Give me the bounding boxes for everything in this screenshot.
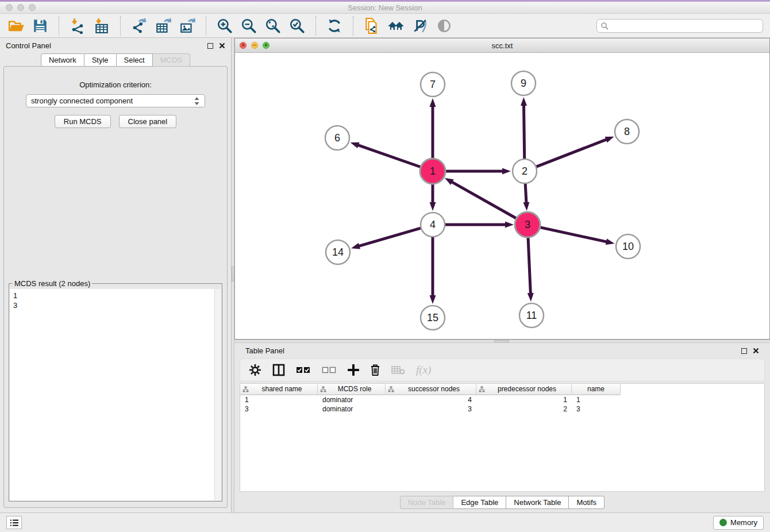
delete-row-icon[interactable] <box>370 364 380 376</box>
tab-node-table[interactable]: Node Table <box>400 496 454 509</box>
table-cell[interactable]: 1 <box>240 396 318 404</box>
table-cell[interactable]: dominator <box>318 396 386 404</box>
arrowhead-icon <box>505 222 514 228</box>
export-network-icon[interactable] <box>130 17 148 35</box>
edge-2-to-8[interactable] <box>537 139 607 167</box>
splitter-handle[interactable] <box>494 340 509 343</box>
node-label-8: 8 <box>624 126 630 137</box>
edge-3-to-10[interactable] <box>540 228 607 242</box>
optimization-criterion-label: Optimization criterion: <box>79 80 152 89</box>
toolbar-separator <box>315 16 316 36</box>
table-row[interactable]: 3dominator323 <box>240 404 764 414</box>
column-header-name[interactable]: name <box>572 384 621 394</box>
node-table[interactable]: shared nameMCDS rolesuccessor nodesprede… <box>240 383 765 492</box>
horizontal-splitter[interactable] <box>234 340 770 343</box>
splitter-handle[interactable] <box>232 267 234 282</box>
control-panel-tabs: NetworkStyleSelectMCDS <box>0 53 231 67</box>
float-table-panel-icon[interactable] <box>741 348 747 354</box>
run-mcds-button[interactable]: Run MCDS <box>55 115 111 128</box>
table-row[interactable]: 1dominator411 <box>240 395 764 404</box>
close-panel-button[interactable]: Close panel <box>119 115 177 128</box>
application-window: Session: New Session <box>0 0 770 532</box>
zoom-out-icon[interactable] <box>240 17 258 35</box>
arrowhead-icon <box>502 168 511 175</box>
hide-graphics-details-icon[interactable] <box>411 17 429 35</box>
add-row-icon[interactable] <box>348 364 359 376</box>
table-cell[interactable]: 3 <box>386 405 476 413</box>
memory-button[interactable]: Memory <box>713 516 764 530</box>
home-networks-icon[interactable] <box>387 17 405 35</box>
close-panel-icon[interactable] <box>219 43 225 49</box>
deselect-all-checks-icon[interactable] <box>322 366 337 374</box>
table-cell[interactable]: 4 <box>386 396 476 404</box>
vertical-splitter[interactable] <box>231 38 234 512</box>
column-type-icon <box>479 386 485 392</box>
column-header-MCDS-role[interactable]: MCDS role <box>318 384 386 394</box>
edge-3-to-11[interactable] <box>528 237 530 294</box>
eye-disabled-icon[interactable] <box>435 17 453 35</box>
zoom-fit-icon[interactable] <box>264 17 282 35</box>
network-window-title: scc.txt <box>235 41 769 50</box>
network-view-window: scc.txt 7968124314101511 <box>234 38 770 340</box>
arrowhead-icon <box>430 295 436 304</box>
edge-2-to-3[interactable] <box>525 184 526 203</box>
main-toolbar <box>0 14 770 38</box>
export-image-icon[interactable] <box>178 17 197 35</box>
float-panel-icon[interactable] <box>207 43 213 49</box>
table-cell[interactable]: 3 <box>240 405 318 413</box>
table-cell[interactable]: 1 <box>572 396 621 404</box>
column-type-icon <box>242 386 249 392</box>
refresh-view-icon[interactable] <box>325 17 344 35</box>
table-panel-title: Table Panel <box>245 346 284 355</box>
save-session-icon[interactable] <box>31 17 49 35</box>
tab-edge-table[interactable]: Edge Table <box>453 496 506 509</box>
export-table-icon[interactable] <box>154 17 172 35</box>
criterion-dropdown[interactable]: strongly connected component <box>26 94 205 107</box>
import-network-icon[interactable] <box>68 17 87 35</box>
arrowhead-icon <box>351 243 360 249</box>
status-bar: Memory <box>0 512 770 532</box>
close-table-panel-icon[interactable] <box>753 348 759 354</box>
zoom-selected-icon[interactable] <box>288 17 306 35</box>
tab-motifs[interactable]: Motifs <box>569 496 605 509</box>
network-window-titlebar[interactable]: scc.txt <box>235 38 769 53</box>
tab-network-table[interactable]: Network Table <box>506 496 569 509</box>
criterion-value: strongly connected component <box>31 97 133 105</box>
main-titlebar: Session: New Session <box>0 2 770 14</box>
column-header-shared-name[interactable]: shared name <box>240 384 318 394</box>
show-columns-icon[interactable] <box>272 364 285 376</box>
edge-2-to-9[interactable] <box>523 105 524 159</box>
table-cell[interactable]: 3 <box>572 405 621 413</box>
task-history-button[interactable] <box>6 516 22 529</box>
mcds-result-text[interactable]: 1 3 <box>10 289 214 500</box>
edge-1-to-6[interactable] <box>357 145 421 167</box>
node-label-11: 11 <box>526 310 537 321</box>
result-scrollbar[interactable] <box>214 289 221 500</box>
table-cell[interactable]: dominator <box>318 405 386 413</box>
select-all-checks-icon[interactable] <box>296 366 311 374</box>
search-input[interactable] <box>611 21 759 30</box>
network-canvas[interactable]: 7968124314101511 <box>235 53 769 339</box>
clone-network-icon[interactable] <box>363 17 381 35</box>
edge-4-to-14[interactable] <box>359 228 421 246</box>
table-panel: Table Panel f(x) sh <box>234 343 770 512</box>
table-cell[interactable]: 2 <box>476 405 572 413</box>
open-session-icon[interactable] <box>7 17 25 35</box>
zoom-in-icon[interactable] <box>215 17 234 35</box>
toolbar-separator <box>206 16 206 36</box>
tab-network[interactable]: Network <box>41 53 84 67</box>
edge-3-to-1[interactable] <box>451 182 517 218</box>
tab-select[interactable]: Select <box>117 53 153 67</box>
tab-mcds[interactable]: MCDS <box>153 53 190 67</box>
search-field[interactable] <box>596 19 763 33</box>
column-type-icon <box>320 386 326 392</box>
import-table-icon[interactable] <box>93 17 111 35</box>
column-header-successor-nodes[interactable]: successor nodes <box>386 384 476 394</box>
column-label: successor nodes <box>394 385 473 393</box>
arrowhead-icon <box>430 202 436 211</box>
node-label-14: 14 <box>332 246 344 258</box>
column-header-predecessor-nodes[interactable]: predecessor nodes <box>476 384 572 394</box>
table-cell[interactable]: 1 <box>476 396 572 404</box>
settings-gear-icon[interactable] <box>249 364 261 376</box>
tab-style[interactable]: Style <box>84 53 117 67</box>
